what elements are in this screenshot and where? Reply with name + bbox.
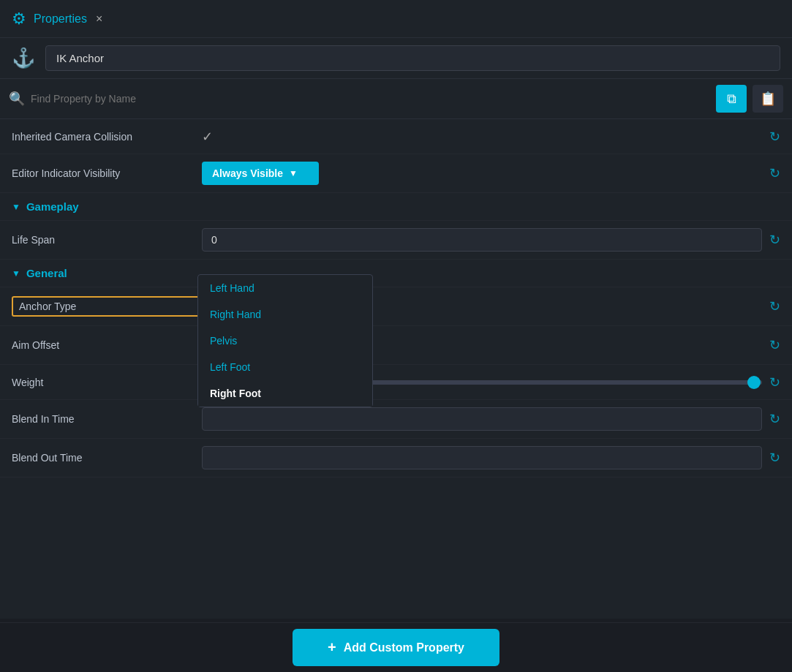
- search-input[interactable]: [31, 93, 710, 105]
- search-icon: 🔍: [9, 91, 25, 107]
- reset-blend-in-button[interactable]: ↻: [769, 411, 780, 427]
- blend-out-time-row: Blend Out Time ↻: [0, 439, 792, 477]
- aim-offset-row: Aim Offset Z ↻: [0, 326, 792, 365]
- weight-row: Weight ↻: [0, 365, 792, 400]
- weight-label: Weight: [12, 377, 202, 388]
- properties-panel: Inherited Camera Collision ✓ ↻ Editor In…: [0, 119, 792, 619]
- inherited-camera-collision-label: Inherited Camera Collision: [12, 131, 202, 143]
- reset-aim-offset-button[interactable]: ↻: [769, 337, 780, 353]
- blend-in-time-input[interactable]: [202, 407, 762, 431]
- life-span-label: Life Span: [12, 234, 202, 246]
- life-span-input[interactable]: [202, 228, 762, 252]
- editor-indicator-visibility-row: Editor Indicator Visibility Always Visib…: [0, 154, 792, 193]
- blend-out-time-input[interactable]: [202, 446, 762, 469]
- reset-weight-button[interactable]: ↻: [769, 374, 780, 390]
- general-section-title: General: [26, 267, 67, 279]
- plus-icon: +: [328, 639, 336, 656]
- editor-indicator-dropdown[interactable]: Always Visible ▼: [202, 162, 319, 185]
- blend-out-time-label: Blend Out Time: [12, 452, 202, 464]
- close-button[interactable]: ×: [96, 12, 102, 26]
- dropdown-item-pelvis[interactable]: Pelvis: [198, 328, 372, 354]
- reset-life-span-button[interactable]: ↻: [769, 232, 780, 248]
- reset-blend-out-button[interactable]: ↻: [769, 450, 780, 466]
- checkmark-icon: ✓: [202, 129, 213, 145]
- aim-offset-label: Aim Offset: [12, 339, 202, 351]
- dropdown-item-left-foot[interactable]: Left Foot: [198, 354, 372, 380]
- editor-indicator-visibility-label: Editor Indicator Visibility: [12, 167, 202, 179]
- add-custom-property-label: Add Custom Property: [344, 641, 464, 654]
- reset-editor-indicator-button[interactable]: ↻: [769, 165, 780, 181]
- object-name-input[interactable]: [45, 45, 780, 71]
- paste-button[interactable]: 📋: [753, 85, 783, 113]
- life-span-value: [202, 228, 762, 252]
- dropdown-item-right-hand[interactable]: Right Hand: [198, 301, 372, 328]
- anchor-type-dropdown-menu: Left Hand Right Hand Pelvis Left Foot Ri…: [197, 274, 373, 407]
- chevron-down-icon: ▼: [289, 168, 298, 178]
- reset-inherited-camera-button[interactable]: ↻: [769, 129, 780, 145]
- anchor-icon: ⚓: [12, 47, 35, 69]
- general-arrow-icon: ▼: [12, 268, 20, 279]
- title-bar: ⚙ Properties ×: [0, 0, 792, 38]
- anchor-type-label: Anchor Type: [12, 296, 202, 317]
- dropdown-item-left-hand[interactable]: Left Hand: [198, 275, 372, 301]
- object-header: ⚓: [0, 38, 792, 79]
- gear-icon: ⚙: [12, 10, 26, 29]
- general-section-header[interactable]: ▼ General: [0, 260, 792, 287]
- gameplay-arrow-icon: ▼: [12, 202, 20, 212]
- gameplay-section-header[interactable]: ▼ Gameplay: [0, 193, 792, 221]
- anchor-type-row: Anchor Type Right Foot ▼ ↻: [0, 287, 792, 326]
- inherited-camera-collision-value: ✓: [202, 129, 762, 145]
- blend-in-time-row: Blend In Time ↻: [0, 400, 792, 439]
- life-span-row: Life Span ↻: [0, 221, 792, 260]
- copy-button[interactable]: ⧉: [716, 85, 747, 113]
- blend-in-time-value: [202, 407, 762, 431]
- editor-indicator-dropdown-label: Always Visible: [212, 167, 283, 179]
- blend-out-time-value: [202, 446, 762, 469]
- inherited-camera-collision-row: Inherited Camera Collision ✓ ↻: [0, 119, 792, 154]
- bottom-bar: + Add Custom Property: [0, 622, 792, 672]
- add-custom-property-button[interactable]: + Add Custom Property: [293, 629, 499, 666]
- editor-indicator-visibility-value: Always Visible ▼: [202, 162, 762, 185]
- gameplay-section-title: Gameplay: [26, 200, 79, 213]
- dropdown-item-right-foot[interactable]: Right Foot: [198, 380, 372, 407]
- weight-slider-thumb: [747, 376, 761, 389]
- search-bar: 🔍 ⧉ 📋: [0, 79, 792, 119]
- blend-in-time-label: Blend In Time: [12, 413, 202, 425]
- panel-title: Properties: [34, 12, 87, 26]
- reset-anchor-type-button[interactable]: ↻: [769, 298, 780, 314]
